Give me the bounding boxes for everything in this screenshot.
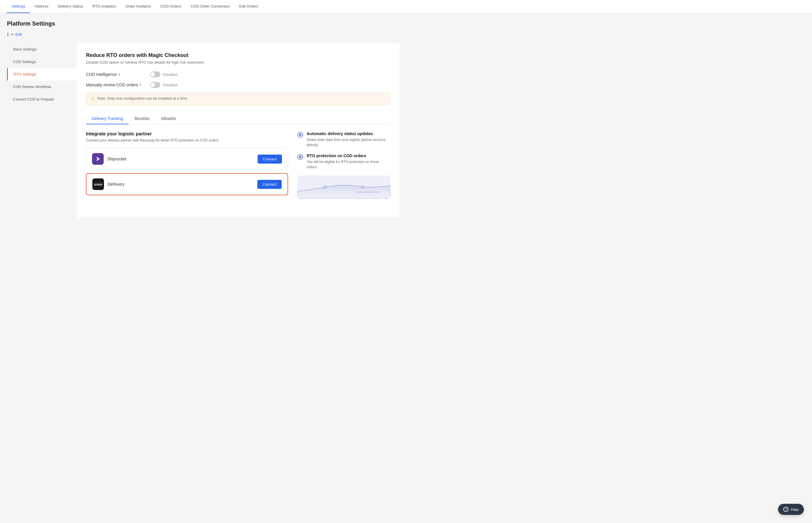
sidebar-item-cod-review-workflow[interactable]: COD Review Workflow (7, 80, 77, 93)
benefit-icon-1 (297, 132, 303, 138)
shiprocket-connect-button[interactable]: Connect (258, 155, 282, 164)
cod-intelligence-info-icon[interactable]: ℹ (118, 72, 120, 77)
delhivery-logo: DELHIVERY (92, 178, 104, 190)
page-title: Platform Settings (7, 20, 400, 27)
nav-edit-orders[interactable]: Edit Orders (235, 0, 263, 13)
manual-review-thumb (150, 83, 155, 87)
manual-review-track[interactable] (150, 82, 160, 88)
tab-blocklist[interactable]: Blocklist (129, 113, 155, 124)
svg-marker-0 (97, 157, 100, 161)
nav-settings[interactable]: Settings (7, 0, 30, 13)
svg-rect-5 (356, 192, 363, 193)
benefit-item-1: Automatic delivery status updates Share … (297, 131, 390, 148)
main-content: Store Settings COD Settings RTO Settings… (7, 43, 400, 217)
shiprocket-name: Shiprocket (107, 157, 126, 161)
benefit-desc-1: Share order data from your logistic part… (307, 137, 390, 148)
benefit-item-2: RTO protection on COD orders You will be… (297, 154, 390, 170)
benefit-title-2: RTO protection on COD orders (307, 154, 390, 158)
edit-label: Edit (15, 32, 22, 37)
integrate-title: Integrate your logistic partner (86, 131, 288, 137)
edit-icon: ✏ (11, 32, 14, 37)
nav-address[interactable]: Address (30, 0, 53, 13)
cod-intelligence-status: Disabled (163, 72, 178, 77)
sidebar: Store Settings COD Settings RTO Settings… (7, 43, 77, 217)
sidebar-item-convert-cod[interactable]: Convert COD to Prepaid (7, 93, 77, 106)
delhivery-connect-button[interactable]: Connect (257, 180, 282, 189)
note-warning-icon: ⚠ (91, 96, 95, 102)
info-icon: ℹ (7, 32, 9, 37)
svg-point-4 (361, 186, 364, 188)
delhivery-left: DELHIVERY Delhivery (92, 178, 124, 190)
edit-button[interactable]: ✏ Edit (11, 32, 22, 37)
sidebar-item-cod-settings[interactable]: COD Settings (7, 55, 77, 68)
nav-order-analytics[interactable]: Order Analytics (121, 0, 156, 13)
benefit-text-1: Automatic delivery status updates Share … (307, 131, 390, 148)
cod-intelligence-thumb (150, 72, 155, 77)
nav-delivery-status[interactable]: Delivery Status (53, 0, 88, 13)
content-area: Reduce RTO orders with Magic Checkout Di… (77, 43, 400, 217)
tab-right-panel: Automatic delivery status updates Share … (297, 131, 390, 199)
shiprocket-logo (92, 153, 104, 165)
manual-review-info-icon[interactable]: ℹ (140, 83, 141, 87)
nav-rto-analytics[interactable]: RTO Analytics (88, 0, 121, 13)
delhivery-card: DELHIVERY Delhivery Connect (86, 173, 288, 195)
tab-content-delivery-tracking: Integrate your logistic partner Connect … (86, 131, 390, 199)
cod-intelligence-label: COD Intelligence ℹ (86, 72, 150, 77)
svg-rect-6 (364, 192, 373, 193)
tab-allowlist[interactable]: Allowlist (155, 113, 182, 124)
section-desc: Disable COD option or retrieve RTO risk … (86, 60, 390, 65)
integrate-desc: Connect your delivery partner with Razor… (86, 138, 288, 142)
manual-review-row: Manually review COD orders ℹ Disabled (86, 82, 390, 88)
shiprocket-left: Shiprocket (92, 153, 126, 165)
benefit-text-2: RTO protection on COD orders You will be… (307, 154, 390, 170)
svg-text:DELHIVERY: DELHIVERY (94, 184, 102, 186)
shiprocket-card: Shiprocket Connect (86, 148, 288, 170)
svg-point-3 (324, 186, 327, 188)
cod-intelligence-track[interactable] (150, 71, 160, 77)
cod-intelligence-row: COD Intelligence ℹ Disabled (86, 71, 390, 77)
manual-review-label: Manually review COD orders ℹ (86, 83, 150, 87)
sidebar-item-rto-settings[interactable]: RTO Settings (7, 68, 77, 80)
nav-cod-order-conversion[interactable]: COD Order Conversion (186, 0, 234, 13)
manual-review-toggle[interactable]: Disabled (150, 82, 178, 88)
tab-left-panel: Integrate your logistic partner Connect … (86, 131, 288, 199)
note-text: Note: Only one configuration can be enab… (97, 96, 187, 101)
manual-review-status: Disabled (163, 83, 178, 87)
benefit-icon-2 (297, 154, 303, 160)
top-navigation: Settings Address Delivery Status RTO Ana… (0, 0, 812, 13)
delhivery-name: Delhivery (108, 182, 124, 186)
cod-intelligence-toggle[interactable]: Disabled (150, 71, 178, 77)
chart-preview (297, 176, 390, 199)
benefit-desc-2: You will be eligible for RTO protection … (307, 159, 390, 170)
nav-cod-orders[interactable]: COD Orders (156, 0, 186, 13)
note-box: ⚠ Note: Only one configuration can be en… (86, 92, 390, 105)
benefit-icon-inner-2 (299, 156, 301, 158)
page-container: Platform Settings ℹ ✏ Edit Store Setting… (0, 13, 407, 224)
section-title: Reduce RTO orders with Magic Checkout (86, 52, 390, 58)
benefit-title-1: Automatic delivery status updates (307, 131, 390, 136)
tabs-bar: Delivery Tracking Blocklist Allowlist (86, 113, 390, 124)
benefit-icon-inner-1 (299, 134, 301, 136)
info-bar: ℹ ✏ Edit (7, 32, 400, 37)
sidebar-item-store-settings[interactable]: Store Settings (7, 43, 77, 55)
tab-delivery-tracking[interactable]: Delivery Tracking (86, 113, 129, 124)
svg-rect-7 (375, 192, 380, 193)
